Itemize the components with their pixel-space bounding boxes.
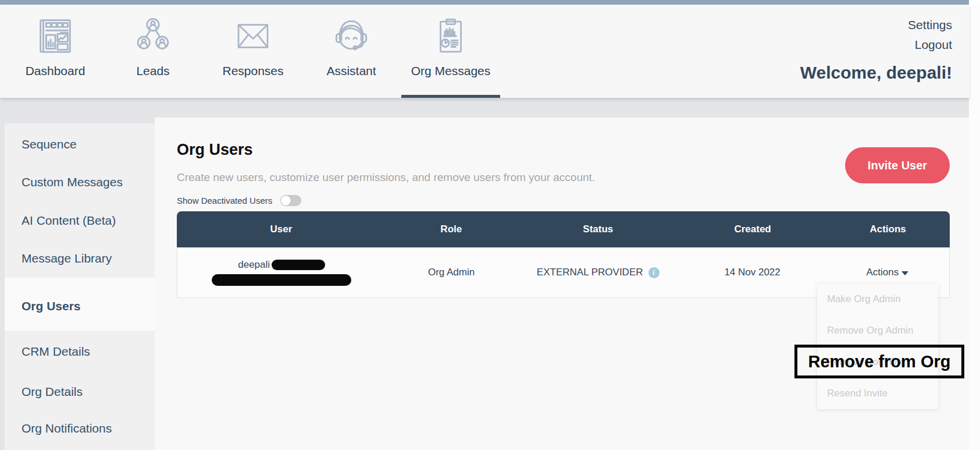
- top-accent-bar: [0, 0, 969, 5]
- redacted-email: [212, 274, 351, 286]
- sidebar-item-org-details[interactable]: Org Details: [5, 382, 155, 402]
- scrollbar-track[interactable]: [969, 5, 980, 450]
- sidebar-item-org-users[interactable]: Org Users: [5, 296, 155, 316]
- active-tab-underline: [401, 95, 500, 98]
- settings-sidebar: Sequence Custom Messages AI Content (Bet…: [5, 123, 155, 450]
- menu-item-remove-org-admin[interactable]: Remove Org Admin: [817, 315, 938, 346]
- sidebar-item-message-library[interactable]: Message Library: [5, 249, 155, 268]
- page-title: Org Users: [177, 141, 253, 159]
- top-right-corner: [969, 0, 980, 5]
- menu-item-resend-invite[interactable]: Resend Invite: [817, 378, 938, 409]
- status-text: EXTERNAL PROVIDER: [537, 267, 643, 278]
- leads-icon: [131, 12, 174, 61]
- column-header-created: Created: [679, 224, 826, 235]
- nav-label-org-messages: Org Messages: [411, 64, 491, 78]
- info-icon[interactable]: i: [648, 267, 660, 278]
- role-cell: Org Admin: [386, 267, 517, 278]
- status-cell: EXTERNAL PROVIDER i: [517, 267, 679, 278]
- sidebar-item-ai-content[interactable]: AI Content (Beta): [5, 211, 155, 231]
- column-header-actions: Actions: [826, 224, 950, 235]
- column-header-user: User: [177, 224, 386, 235]
- responses-icon: [231, 12, 275, 61]
- nav-item-org-messages[interactable]: Org Messages: [401, 12, 500, 78]
- dashboard-icon: [33, 12, 78, 61]
- sidebar-item-custom-messages[interactable]: Custom Messages: [5, 172, 155, 192]
- actions-label: Actions: [866, 267, 899, 278]
- nav-label-leads: Leads: [136, 64, 169, 78]
- invite-user-button[interactable]: Invite User: [845, 147, 950, 183]
- created-cell: 14 Nov 2022: [679, 267, 826, 278]
- caret-down-icon: [901, 271, 908, 275]
- column-header-role: Role: [386, 224, 517, 235]
- logout-link[interactable]: Logout: [800, 35, 952, 55]
- welcome-message: Welcome, deepali!: [800, 63, 952, 83]
- sidebar-item-sequence[interactable]: Sequence: [5, 134, 155, 154]
- settings-link[interactable]: Settings: [800, 15, 952, 35]
- nav-label-assistant: Assistant: [326, 64, 376, 78]
- toggle-knob: [281, 196, 291, 205]
- table-header-row: User Role Status Created Actions: [177, 211, 950, 247]
- nav-label-responses: Responses: [222, 64, 283, 78]
- column-header-status: Status: [517, 224, 679, 235]
- nav-item-dashboard[interactable]: Dashboard: [15, 12, 96, 78]
- sidebar-item-crm-details[interactable]: CRM Details: [5, 342, 155, 362]
- nav-item-leads[interactable]: Leads: [124, 12, 182, 78]
- actions-dropdown-trigger[interactable]: Actions: [826, 267, 949, 278]
- redacted-last-name: [272, 260, 325, 270]
- user-cell: deepali: [177, 259, 386, 286]
- page-subtitle: Create new users, customize user permiss…: [177, 171, 595, 184]
- org-messages-icon: [429, 12, 472, 61]
- nav-item-responses[interactable]: Responses: [215, 12, 291, 78]
- app-header: Dashboard Leads Respon: [0, 5, 969, 98]
- show-deactivated-toggle[interactable]: [280, 195, 301, 206]
- user-name: deepali: [238, 259, 270, 271]
- nav-label-dashboard: Dashboard: [26, 64, 85, 78]
- remove-from-org-highlight[interactable]: Remove from Org: [794, 345, 964, 378]
- nav-item-assistant[interactable]: Assistant: [319, 12, 383, 78]
- menu-item-make-org-admin[interactable]: Make Org Admin: [817, 284, 938, 315]
- sidebar-item-org-notifications[interactable]: Org Notifications: [5, 419, 155, 438]
- assistant-icon: [329, 12, 373, 61]
- show-deactivated-label: Show Deactivated Users: [177, 196, 272, 205]
